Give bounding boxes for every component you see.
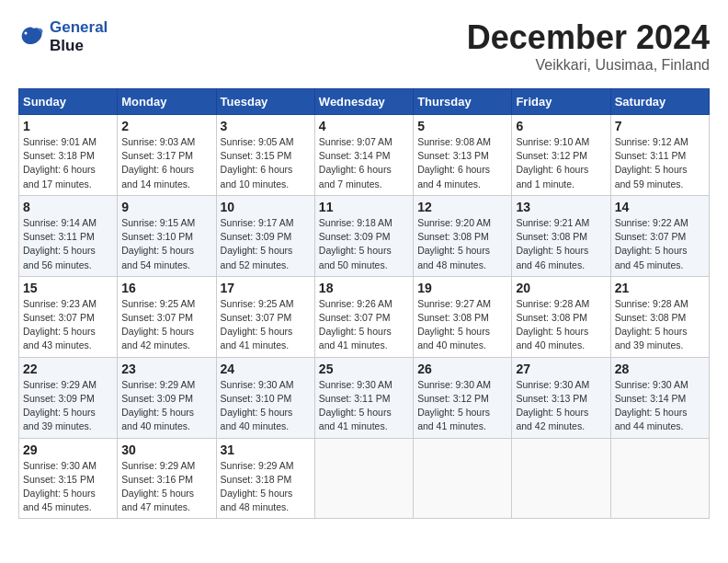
day-info: Sunrise: 9:29 AMSunset: 3:09 PMDaylight:… bbox=[121, 378, 211, 434]
day-number: 30 bbox=[121, 442, 211, 457]
day-number: 7 bbox=[615, 119, 705, 133]
day-info: Sunrise: 9:25 AMSunset: 3:07 PMDaylight:… bbox=[221, 297, 311, 353]
day-number: 28 bbox=[615, 362, 705, 376]
day-info: Sunrise: 9:29 AMSunset: 3:09 PMDaylight:… bbox=[23, 378, 113, 434]
day-info: Sunrise: 9:22 AMSunset: 3:07 PMDaylight:… bbox=[615, 216, 705, 272]
calendar-cell: 18Sunrise: 9:26 AMSunset: 3:07 PMDayligh… bbox=[314, 276, 413, 357]
day-info: Sunrise: 9:30 AMSunset: 3:10 PMDaylight:… bbox=[221, 378, 311, 434]
calendar-cell: 31Sunrise: 9:29 AMSunset: 3:18 PMDayligh… bbox=[216, 438, 314, 519]
day-number: 3 bbox=[221, 119, 311, 133]
day-info: Sunrise: 9:17 AMSunset: 3:09 PMDaylight:… bbox=[221, 216, 311, 272]
logo: General Blue bbox=[18, 18, 108, 56]
weekday-header-tuesday: Tuesday bbox=[216, 89, 314, 115]
calendar-cell: 1Sunrise: 9:01 AMSunset: 3:18 PMDaylight… bbox=[19, 115, 118, 196]
calendar-cell: 4Sunrise: 9:07 AMSunset: 3:14 PMDaylight… bbox=[314, 115, 413, 196]
day-info: Sunrise: 9:03 AMSunset: 3:17 PMDaylight:… bbox=[121, 135, 211, 191]
calendar-cell bbox=[414, 438, 512, 519]
day-info: Sunrise: 9:15 AMSunset: 3:10 PMDaylight:… bbox=[121, 216, 211, 272]
day-info: Sunrise: 9:26 AMSunset: 3:07 PMDaylight:… bbox=[319, 297, 409, 353]
weekday-header-monday: Monday bbox=[118, 89, 216, 115]
calendar-cell: 14Sunrise: 9:22 AMSunset: 3:07 PMDayligh… bbox=[610, 195, 709, 276]
calendar-cell: 8Sunrise: 9:14 AMSunset: 3:11 PMDaylight… bbox=[19, 195, 118, 276]
day-info: Sunrise: 9:20 AMSunset: 3:08 PMDaylight:… bbox=[417, 216, 507, 272]
calendar-cell: 26Sunrise: 9:30 AMSunset: 3:12 PMDayligh… bbox=[414, 357, 512, 438]
calendar-cell: 29Sunrise: 9:30 AMSunset: 3:15 PMDayligh… bbox=[19, 438, 118, 519]
day-number: 25 bbox=[319, 362, 409, 376]
day-info: Sunrise: 9:25 AMSunset: 3:07 PMDaylight:… bbox=[121, 297, 211, 353]
day-info: Sunrise: 9:07 AMSunset: 3:14 PMDaylight:… bbox=[319, 135, 409, 191]
day-info: Sunrise: 9:23 AMSunset: 3:07 PMDaylight:… bbox=[23, 297, 113, 353]
calendar-cell bbox=[314, 438, 413, 519]
day-number: 17 bbox=[221, 281, 311, 295]
calendar-cell: 30Sunrise: 9:29 AMSunset: 3:16 PMDayligh… bbox=[118, 438, 216, 519]
calendar-cell: 28Sunrise: 9:30 AMSunset: 3:14 PMDayligh… bbox=[610, 357, 709, 438]
calendar-cell: 5Sunrise: 9:08 AMSunset: 3:13 PMDaylight… bbox=[414, 115, 512, 196]
title-block: December 2024 Veikkari, Uusimaa, Finland bbox=[467, 18, 710, 74]
calendar-cell: 15Sunrise: 9:23 AMSunset: 3:07 PMDayligh… bbox=[19, 276, 118, 357]
calendar-week-row: 8Sunrise: 9:14 AMSunset: 3:11 PMDaylight… bbox=[19, 195, 710, 276]
day-number: 15 bbox=[23, 281, 113, 295]
day-number: 22 bbox=[23, 362, 113, 376]
day-number: 10 bbox=[221, 200, 311, 214]
day-number: 19 bbox=[417, 281, 507, 295]
calendar-cell: 17Sunrise: 9:25 AMSunset: 3:07 PMDayligh… bbox=[216, 276, 314, 357]
day-number: 16 bbox=[121, 281, 211, 295]
day-info: Sunrise: 9:05 AMSunset: 3:15 PMDaylight:… bbox=[221, 135, 311, 191]
day-info: Sunrise: 9:29 AMSunset: 3:18 PMDaylight:… bbox=[221, 459, 311, 515]
calendar-title: December 2024 bbox=[467, 18, 710, 57]
day-number: 29 bbox=[23, 442, 113, 457]
day-number: 14 bbox=[615, 200, 705, 214]
day-number: 12 bbox=[417, 200, 507, 214]
weekday-header-wednesday: Wednesday bbox=[314, 89, 413, 115]
day-number: 24 bbox=[221, 362, 311, 376]
calendar-cell: 23Sunrise: 9:29 AMSunset: 3:09 PMDayligh… bbox=[118, 357, 216, 438]
day-number: 4 bbox=[319, 119, 409, 133]
logo-icon bbox=[18, 24, 46, 50]
day-number: 20 bbox=[516, 281, 606, 295]
calendar-cell: 3Sunrise: 9:05 AMSunset: 3:15 PMDaylight… bbox=[216, 115, 314, 196]
day-info: Sunrise: 9:28 AMSunset: 3:08 PMDaylight:… bbox=[516, 297, 606, 353]
logo-text: General Blue bbox=[50, 18, 108, 56]
calendar-week-row: 15Sunrise: 9:23 AMSunset: 3:07 PMDayligh… bbox=[19, 276, 710, 357]
day-info: Sunrise: 9:18 AMSunset: 3:09 PMDaylight:… bbox=[319, 216, 409, 272]
day-info: Sunrise: 9:29 AMSunset: 3:16 PMDaylight:… bbox=[121, 459, 211, 515]
calendar-table: SundayMondayTuesdayWednesdayThursdayFrid… bbox=[18, 88, 710, 519]
calendar-cell: 21Sunrise: 9:28 AMSunset: 3:08 PMDayligh… bbox=[610, 276, 709, 357]
day-number: 18 bbox=[319, 281, 409, 295]
day-info: Sunrise: 9:14 AMSunset: 3:11 PMDaylight:… bbox=[23, 216, 113, 272]
day-info: Sunrise: 9:21 AMSunset: 3:08 PMDaylight:… bbox=[516, 216, 606, 272]
day-info: Sunrise: 9:12 AMSunset: 3:11 PMDaylight:… bbox=[615, 135, 705, 191]
calendar-cell: 7Sunrise: 9:12 AMSunset: 3:11 PMDaylight… bbox=[610, 115, 709, 196]
day-info: Sunrise: 9:01 AMSunset: 3:18 PMDaylight:… bbox=[23, 135, 113, 191]
day-number: 8 bbox=[23, 200, 113, 214]
calendar-cell: 16Sunrise: 9:25 AMSunset: 3:07 PMDayligh… bbox=[118, 276, 216, 357]
calendar-cell: 27Sunrise: 9:30 AMSunset: 3:13 PMDayligh… bbox=[512, 357, 610, 438]
day-number: 27 bbox=[516, 362, 606, 376]
calendar-week-row: 29Sunrise: 9:30 AMSunset: 3:15 PMDayligh… bbox=[19, 438, 710, 519]
day-number: 9 bbox=[121, 200, 211, 214]
day-number: 5 bbox=[417, 119, 507, 133]
day-info: Sunrise: 9:30 AMSunset: 3:12 PMDaylight:… bbox=[417, 378, 507, 434]
calendar-cell: 20Sunrise: 9:28 AMSunset: 3:08 PMDayligh… bbox=[512, 276, 610, 357]
weekday-header-saturday: Saturday bbox=[610, 89, 709, 115]
weekday-header-friday: Friday bbox=[512, 89, 610, 115]
day-number: 23 bbox=[121, 362, 211, 376]
calendar-cell: 11Sunrise: 9:18 AMSunset: 3:09 PMDayligh… bbox=[314, 195, 413, 276]
calendar-week-row: 22Sunrise: 9:29 AMSunset: 3:09 PMDayligh… bbox=[19, 357, 710, 438]
calendar-cell: 2Sunrise: 9:03 AMSunset: 3:17 PMDaylight… bbox=[118, 115, 216, 196]
day-number: 1 bbox=[23, 119, 113, 133]
calendar-cell: 12Sunrise: 9:20 AMSunset: 3:08 PMDayligh… bbox=[414, 195, 512, 276]
day-number: 21 bbox=[615, 281, 705, 295]
day-number: 6 bbox=[516, 119, 606, 133]
day-info: Sunrise: 9:08 AMSunset: 3:13 PMDaylight:… bbox=[417, 135, 507, 191]
calendar-header-row: SundayMondayTuesdayWednesdayThursdayFrid… bbox=[19, 89, 710, 115]
calendar-cell: 24Sunrise: 9:30 AMSunset: 3:10 PMDayligh… bbox=[216, 357, 314, 438]
day-info: Sunrise: 9:10 AMSunset: 3:12 PMDaylight:… bbox=[516, 135, 606, 191]
svg-point-0 bbox=[25, 32, 28, 35]
weekday-header-sunday: Sunday bbox=[19, 89, 118, 115]
calendar-cell: 25Sunrise: 9:30 AMSunset: 3:11 PMDayligh… bbox=[314, 357, 413, 438]
day-number: 13 bbox=[516, 200, 606, 214]
day-info: Sunrise: 9:30 AMSunset: 3:13 PMDaylight:… bbox=[516, 378, 606, 434]
page-header: General Blue December 2024 Veikkari, Uus… bbox=[18, 18, 710, 74]
calendar-cell bbox=[512, 438, 610, 519]
